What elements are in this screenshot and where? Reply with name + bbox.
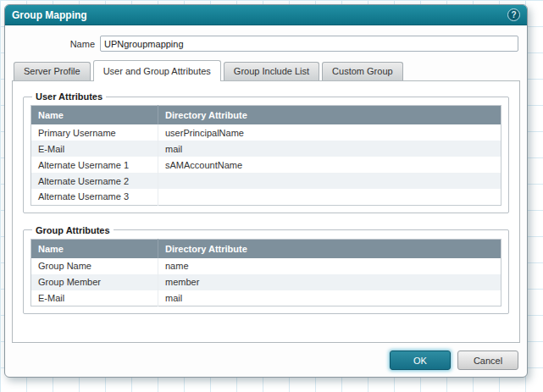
dialog-title: Group Mapping (12, 9, 507, 21)
table-header-row: Name Directory Attribute (31, 239, 501, 258)
table-header-row: Name Directory Attribute (31, 106, 501, 125)
user-attributes-legend: User Attributes (32, 91, 106, 102)
group-attributes-table: Name Directory Attribute Group Name name… (30, 239, 501, 307)
table-row: Group Member member (31, 274, 501, 290)
ok-button[interactable]: OK (390, 351, 451, 370)
attribute-name-cell: Primary Username (31, 124, 158, 141)
table-row: E-Mail mail (31, 141, 501, 157)
dialog-body: Name Server Profile User and Group Attri… (5, 25, 527, 377)
table-row: Primary Username userPrincipalName (31, 124, 501, 141)
attribute-name-cell: Alternate Username 1 (31, 157, 158, 173)
directory-attribute-cell[interactable]: mail (158, 141, 501, 157)
name-field-row: Name (14, 36, 518, 52)
directory-attribute-cell[interactable]: userPrincipalName (158, 124, 501, 141)
cancel-button[interactable]: Cancel (457, 351, 518, 370)
dialog-footer: OK Cancel (12, 343, 520, 370)
user-attributes-section: User Attributes Name Directory Attribute… (23, 91, 509, 213)
help-icon[interactable]: ? (507, 8, 520, 21)
group-mapping-dialog: Group Mapping ? Name Server Profile User… (4, 4, 528, 378)
directory-attribute-cell[interactable]: sAMAccountName (158, 157, 501, 173)
tab-group-include-list[interactable]: Group Include List (224, 62, 319, 80)
name-input[interactable] (100, 36, 518, 52)
directory-attribute-cell[interactable] (158, 189, 501, 205)
tab-custom-group[interactable]: Custom Group (322, 62, 403, 80)
directory-attribute-cell[interactable] (158, 173, 501, 189)
directory-attribute-cell[interactable]: name (158, 258, 501, 274)
attribute-name-cell: E-Mail (31, 290, 158, 306)
attribute-name-cell: E-Mail (31, 141, 158, 157)
table-row: Alternate Username 1 sAMAccountName (31, 157, 501, 173)
column-header-directory-attribute: Directory Attribute (158, 106, 501, 125)
table-row: Alternate Username 3 (31, 189, 501, 205)
column-header-name: Name (31, 106, 158, 125)
directory-attribute-cell[interactable]: mail (158, 290, 501, 306)
group-attributes-legend: Group Attributes (32, 225, 114, 235)
attribute-name-cell: Group Name (31, 258, 158, 274)
attribute-name-cell: Alternate Username 2 (31, 173, 158, 189)
table-row: Alternate Username 2 (31, 173, 501, 189)
dialog-titlebar[interactable]: Group Mapping ? (5, 5, 527, 25)
tab-user-and-group-attributes[interactable]: User and Group Attributes (93, 60, 221, 81)
directory-attribute-cell[interactable]: member (158, 274, 501, 290)
column-header-directory-attribute: Directory Attribute (158, 239, 501, 258)
name-label: Name (14, 39, 100, 49)
group-attributes-section: Group Attributes Name Directory Attribut… (23, 225, 509, 315)
table-row: Group Name name (31, 258, 501, 274)
attribute-name-cell: Group Member (31, 274, 158, 290)
user-attributes-table: Name Directory Attribute Primary Usernam… (30, 105, 501, 206)
attribute-name-cell: Alternate Username 3 (31, 189, 158, 205)
table-row: E-Mail mail (31, 290, 501, 306)
tab-server-profile[interactable]: Server Profile (14, 62, 91, 80)
user-and-group-attributes-panel: User Attributes Name Directory Attribute… (12, 80, 520, 343)
tab-bar: Server Profile User and Group Attributes… (12, 60, 520, 81)
column-header-name: Name (31, 239, 158, 258)
